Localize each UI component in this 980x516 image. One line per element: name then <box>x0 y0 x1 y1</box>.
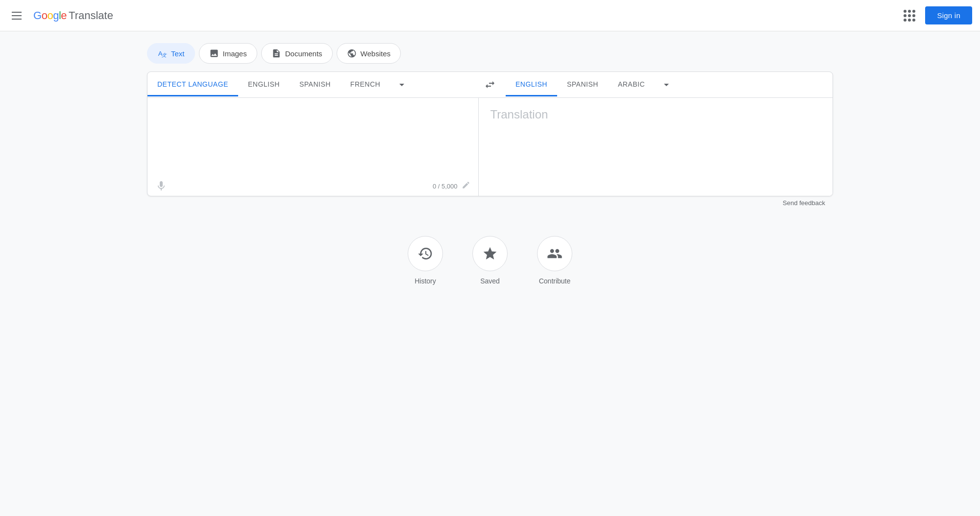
tab-text[interactable]: A 文 Text <box>147 43 195 64</box>
more-source-langs-button[interactable] <box>390 72 414 97</box>
lang-arabic-tgt[interactable]: ARABIC <box>608 73 655 96</box>
more-target-langs-button[interactable] <box>655 72 678 97</box>
edit-icon[interactable] <box>462 181 470 192</box>
logo-container: Google Translate <box>33 9 113 22</box>
source-footer: 0 / 5,000 <box>147 176 478 196</box>
text-areas: 0 / 5,000 Translation <box>147 98 833 196</box>
saved-circle <box>472 236 508 271</box>
google-logo: Google <box>33 9 67 22</box>
source-lang-side: DETECT LANGUAGE ENGLISH SPANISH FRENCH <box>147 72 474 97</box>
swap-languages-button[interactable] <box>474 79 506 91</box>
contribute-label: Contribute <box>539 277 571 285</box>
app-name: Translate <box>69 9 113 22</box>
saved-action[interactable]: Saved <box>472 236 508 285</box>
translation-placeholder: Translation <box>490 108 548 121</box>
history-label: History <box>415 277 436 285</box>
tab-images-label: Images <box>223 49 247 58</box>
history-action[interactable]: History <box>408 236 443 285</box>
lang-english-src[interactable]: ENGLISH <box>238 73 290 96</box>
tab-websites[interactable]: Websites <box>337 43 401 64</box>
grid-dots <box>904 10 915 22</box>
tab-text-label: Text <box>171 49 185 58</box>
app-header: Google Translate Sign in <box>0 0 980 31</box>
contribute-circle <box>537 236 572 271</box>
text-icon: A 文 <box>157 48 167 58</box>
lang-spanish-tgt[interactable]: SPANISH <box>557 73 608 96</box>
contribute-action[interactable]: Contribute <box>537 236 572 285</box>
header-right: Sign in <box>900 6 972 25</box>
target-lang-side: ENGLISH SPANISH ARABIC <box>506 72 833 97</box>
header-left: Google Translate <box>8 8 113 23</box>
lang-english-tgt[interactable]: ENGLISH <box>506 73 557 96</box>
type-tabs-bar: A 文 Text Images Documents <box>147 43 833 64</box>
tab-websites-label: Websites <box>361 49 391 58</box>
char-count: 0 / 5,000 <box>433 181 470 192</box>
sign-in-button[interactable]: Sign in <box>925 6 972 24</box>
lang-detect[interactable]: DETECT LANGUAGE <box>147 73 238 96</box>
language-bar: DETECT LANGUAGE ENGLISH SPANISH FRENCH E… <box>147 72 833 98</box>
document-icon <box>271 48 281 58</box>
main-content: A 文 Text Images Documents <box>127 31 853 297</box>
svg-text:文: 文 <box>162 52 167 58</box>
history-circle <box>408 236 443 271</box>
translation-area: Translation <box>479 98 833 196</box>
google-apps-icon[interactable] <box>900 6 919 25</box>
source-area: 0 / 5,000 <box>147 98 479 196</box>
image-icon <box>209 48 219 58</box>
globe-icon <box>347 48 357 58</box>
tab-documents-label: Documents <box>285 49 322 58</box>
microphone-icon[interactable] <box>155 180 167 192</box>
lang-spanish-src[interactable]: SPANISH <box>290 73 341 96</box>
tab-images[interactable]: Images <box>199 43 257 64</box>
tab-documents[interactable]: Documents <box>261 43 333 64</box>
bottom-actions: History Saved Contribute <box>147 236 833 285</box>
lang-french-src[interactable]: FRENCH <box>341 73 390 96</box>
source-input[interactable] <box>147 98 478 176</box>
char-count-value: 0 / 5,000 <box>433 183 458 190</box>
translate-panel: DETECT LANGUAGE ENGLISH SPANISH FRENCH E… <box>147 71 833 196</box>
send-feedback-link[interactable]: Send feedback <box>783 199 825 207</box>
saved-label: Saved <box>480 277 500 285</box>
send-feedback-row: Send feedback <box>147 196 833 207</box>
hamburger-menu[interactable] <box>8 8 25 23</box>
